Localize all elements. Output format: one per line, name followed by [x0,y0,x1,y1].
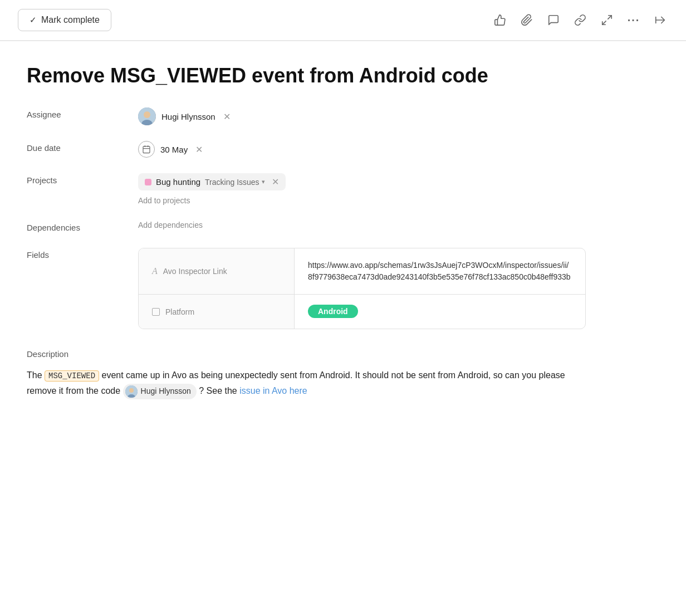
mark-complete-label: Mark complete [41,15,100,25]
project-status-text: Tracking Issues [205,178,259,187]
description-label: Description [27,349,586,359]
link-icon[interactable] [572,12,588,28]
due-date-value: 30 May ✕ [138,141,203,158]
platform-label: Platform [139,295,295,329]
avo-inspector-label: A Avo Inspector Link [139,248,295,294]
svg-point-12 [129,388,134,393]
avatar [138,107,156,125]
custom-fields-row: Fields A Avo Inspector Link https://www.… [27,248,586,329]
mention-avatar [125,385,138,398]
svg-rect-7 [143,146,150,153]
assignee-value: Hugi Hlynsson ✕ [138,107,231,125]
assignee-name: Hugi Hlynsson [161,112,215,121]
issue-link[interactable]: issue in Avo here [239,386,307,395]
code-term: MSG_VIEWED [45,370,99,382]
main-content: Remove MSG_VIEWED event from Android cod… [0,41,612,422]
description-text: The MSG_VIEWED event came up in Avo as b… [27,368,586,399]
svg-line-0 [608,16,611,19]
toolbar-icons: ··· [492,12,668,28]
avo-inspector-value[interactable]: https://www.avo.app/schemas/1rw3sJsAuej7… [295,248,585,294]
paperclip-icon[interactable] [519,12,535,28]
checkbox-icon [152,308,160,316]
platform-field-name: Platform [165,307,194,316]
thumbsup-icon[interactable] [492,12,508,28]
project-status: Tracking Issues ▾ [205,178,265,187]
due-date-remove-button[interactable]: ✕ [195,144,203,155]
fields-label: Fields [27,248,138,260]
avo-inspector-row: A Avo Inspector Link https://www.avo.app… [139,248,585,295]
mention-name: Hugi Hlynsson [141,385,191,398]
svg-line-1 [602,21,606,25]
add-dependencies-button[interactable]: Add dependencies [138,221,203,229]
projects-row: Projects Bug hunting Tracking Issues ▾ ✕… [27,173,586,205]
top-bar: ✓ Mark complete [0,0,686,41]
bug-hunting-tag[interactable]: Bug hunting Tracking Issues ▾ ✕ [138,173,286,190]
add-to-projects-button[interactable]: Add to projects [138,196,286,205]
dependencies-label: Dependencies [27,221,138,232]
task-title: Remove MSG_VIEWED event from Android cod… [27,63,586,87]
projects-value: Bug hunting Tracking Issues ▾ ✕ Add to p… [138,173,286,205]
close-panel-icon[interactable] [653,12,668,28]
comment-icon[interactable] [546,12,561,28]
mention-chip: Hugi Hlynsson [123,384,197,399]
assignee-label: Assignee [27,107,138,119]
projects-label: Projects [27,173,138,185]
description-text-before: The [27,370,45,380]
project-remove-button[interactable]: ✕ [272,177,279,187]
custom-fields-table: A Avo Inspector Link https://www.avo.app… [138,248,586,329]
due-date-row: Due date 30 May ✕ [27,141,586,158]
svg-point-5 [144,111,150,118]
project-color-dot [145,179,151,185]
text-field-icon: A [152,266,158,276]
mark-complete-button[interactable]: ✓ Mark complete [18,9,111,31]
platform-row: Platform Android [139,295,585,329]
chevron-down-icon: ▾ [262,178,265,185]
dependencies-value: Add dependencies [138,221,203,229]
description-text-after: ? See the [197,386,239,395]
due-date-label: Due date [27,141,138,153]
platform-value: Android [295,295,585,329]
project-name: Bug hunting [156,177,200,187]
project-tag: Bug hunting Tracking Issues ▾ ✕ [138,173,286,190]
assignee-remove-button[interactable]: ✕ [223,111,231,122]
dependencies-row: Dependencies Add dependencies [27,221,586,232]
due-date-text: 30 May [160,145,188,154]
android-badge[interactable]: Android [308,305,358,318]
calendar-icon [138,141,155,158]
more-icon[interactable]: ··· [626,12,641,28]
description-section: Description The MSG_VIEWED event came up… [27,349,586,399]
expand-icon[interactable] [599,12,615,28]
checkmark-icon: ✓ [30,15,37,25]
avo-inspector-field-name: Avo Inspector Link [163,267,227,276]
assignee-row: Assignee Hugi Hlynsson ✕ [27,107,586,125]
